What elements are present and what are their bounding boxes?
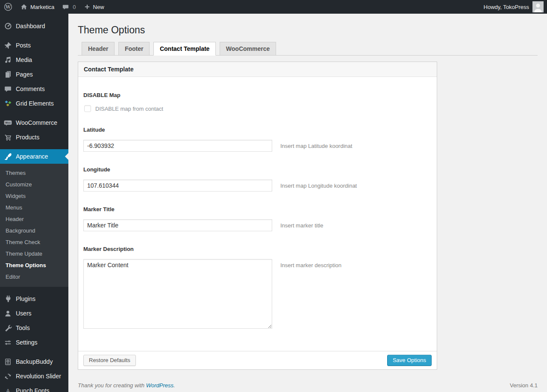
thanks-text: Thank you for creating with WordPress. (78, 382, 175, 389)
appearance-submenu: Themes Customize Widgets Menus Header Ba… (0, 164, 68, 287)
submenu-item-editor[interactable]: Editor (0, 271, 68, 283)
sidebar-item-revolution-slider[interactable]: Revolution Slider (0, 369, 68, 383)
submenu-item-theme-options[interactable]: Theme Options (0, 259, 68, 271)
field-help-text: Insert map Longitude koordinat (280, 180, 357, 189)
paintbrush-icon (0, 152, 16, 161)
media-icon (0, 56, 16, 64)
sidebar-item-label: Tools (16, 324, 30, 331)
comments-badge[interactable]: 0 (58, 0, 79, 14)
contact-template-panel: Contact Template DISABLE Map DISABLE map… (78, 62, 437, 370)
field-help-text: Insert marker description (280, 259, 341, 268)
sidebar-item-backupbuddy[interactable]: BackupBuddy (0, 354, 68, 369)
new-content-menu[interactable]: New (80, 0, 108, 14)
sidebar-item-dashboard[interactable]: Dashboard (0, 19, 68, 33)
sidebar-item-woocommerce[interactable]: Woo WooCommerce (0, 115, 68, 130)
tab-header[interactable]: Header (82, 42, 115, 55)
latitude-input[interactable] (83, 140, 272, 152)
sidebar-item-label: Media (16, 56, 32, 63)
restore-defaults-button[interactable]: Restore Defaults (83, 355, 136, 366)
sidebar-item-label: Comments (16, 85, 45, 92)
comments-icon (0, 85, 16, 93)
disable-map-checkbox[interactable] (84, 105, 91, 112)
tab-contact-template[interactable]: Contact Template (153, 42, 216, 56)
woocommerce-icon: Woo (0, 118, 16, 127)
avatar[interactable] (532, 1, 544, 12)
sidebar-item-tools[interactable]: Tools (0, 321, 68, 335)
tab-woocommerce[interactable]: WooCommerce (220, 42, 276, 55)
cycle-arrows-icon (0, 372, 16, 380)
sidebar-item-grid-elements[interactable]: Grid Elements (0, 96, 68, 111)
marker-description-field: Marker Description Marker Content Insert… (83, 246, 432, 329)
tab-bar: Header Footer Contact Template WooCommer… (78, 42, 538, 56)
panel-body: DISABLE Map DISABLE map from contact Lat… (78, 77, 437, 351)
howdy-account-link[interactable]: Howdy, TokoPress (484, 4, 529, 10)
submenu-item-customize[interactable]: Customize (0, 179, 68, 190)
sidebar-item-label: Settings (16, 339, 38, 346)
site-link[interactable]: Marketica (16, 0, 58, 14)
page-footer: Thank you for creating with WordPress. V… (78, 382, 538, 389)
admin-bar: W Marketica 0 New Howdy, TokoPress (0, 0, 547, 14)
wordpress-link[interactable]: WordPress (146, 382, 174, 389)
field-help-text: Insert map Latitude koordinat (280, 140, 352, 149)
submenu-item-header[interactable]: Header (0, 213, 68, 225)
field-label: Longitude (83, 166, 432, 173)
sidebar-item-settings[interactable]: Settings (0, 335, 68, 350)
field-label: Marker Description (83, 246, 432, 252)
submenu-item-menus[interactable]: Menus (0, 202, 68, 213)
submenu-item-background[interactable]: Background (0, 225, 68, 236)
sliders-icon (0, 339, 16, 347)
panel-title: Contact Template (78, 62, 437, 77)
wrench-icon (0, 324, 16, 332)
marker-title-field: Marker Title Insert marker title (83, 206, 432, 231)
sidebar-item-label: Plugins (16, 295, 35, 302)
letter-a-icon: A (0, 387, 16, 392)
pushpin-icon (0, 41, 16, 50)
cart-icon (0, 133, 16, 141)
version-text: Version 4.1 (510, 382, 538, 389)
sidebar-item-label: Revolution Slider (16, 373, 61, 380)
disable-map-field: DISABLE Map DISABLE map from contact (83, 92, 432, 112)
sidebar-item-posts[interactable]: Posts (0, 38, 68, 53)
svg-text:A: A (6, 388, 10, 392)
site-name: Marketica (30, 4, 54, 10)
pages-icon (0, 70, 16, 79)
sidebar-item-label: Users (16, 310, 32, 317)
longitude-input[interactable] (83, 180, 272, 192)
sidebar-item-pages[interactable]: Pages (0, 67, 68, 82)
user-icon (0, 309, 16, 318)
sidebar-item-label: BackupBuddy (16, 358, 53, 365)
submenu-item-widgets[interactable]: Widgets (0, 190, 68, 202)
plus-icon (84, 3, 91, 10)
submenu-item-theme-check[interactable]: Theme Check (0, 236, 68, 248)
marker-description-textarea[interactable]: Marker Content (83, 259, 272, 329)
sidebar-item-label: Dashboard (16, 23, 45, 29)
sidebar-item-users[interactable]: Users (0, 306, 68, 321)
plug-icon (0, 295, 16, 303)
home-icon (20, 3, 28, 11)
field-help-text: Insert marker title (280, 219, 323, 229)
wordpress-logo-menu[interactable]: W (0, 0, 16, 14)
save-options-button[interactable]: Save Options (387, 355, 432, 366)
new-label: New (93, 4, 104, 10)
tab-footer[interactable]: Footer (118, 42, 150, 55)
admin-sidebar: Dashboard Posts Media Pages (0, 14, 68, 392)
sidebar-item-label: WooCommerce (16, 119, 57, 126)
sidebar-item-label: Pages (16, 71, 33, 78)
sidebar-item-label: Products (16, 134, 39, 141)
sidebar-item-label: Punch Fonts (16, 387, 50, 392)
panel-footer: Restore Defaults Save Options (78, 351, 437, 369)
sidebar-item-label: Posts (16, 42, 31, 49)
page-title: Theme Options (78, 24, 547, 36)
sidebar-item-label: Appearance (16, 153, 48, 160)
thanks-prefix: Thank you for creating with (78, 382, 146, 389)
sidebar-item-appearance[interactable]: Appearance (0, 149, 68, 164)
sidebar-item-products[interactable]: Products (0, 130, 68, 144)
submenu-item-theme-update[interactable]: Theme Update (0, 248, 68, 259)
sidebar-item-punch-fonts[interactable]: A Punch Fonts (0, 383, 68, 392)
sidebar-item-media[interactable]: Media (0, 53, 68, 67)
sidebar-item-plugins[interactable]: Plugins (0, 292, 68, 306)
submenu-item-themes[interactable]: Themes (0, 167, 68, 179)
sidebar-item-comments[interactable]: Comments (0, 82, 68, 96)
marker-title-input[interactable] (83, 219, 272, 231)
sidebar-item-label: Grid Elements (16, 100, 54, 107)
